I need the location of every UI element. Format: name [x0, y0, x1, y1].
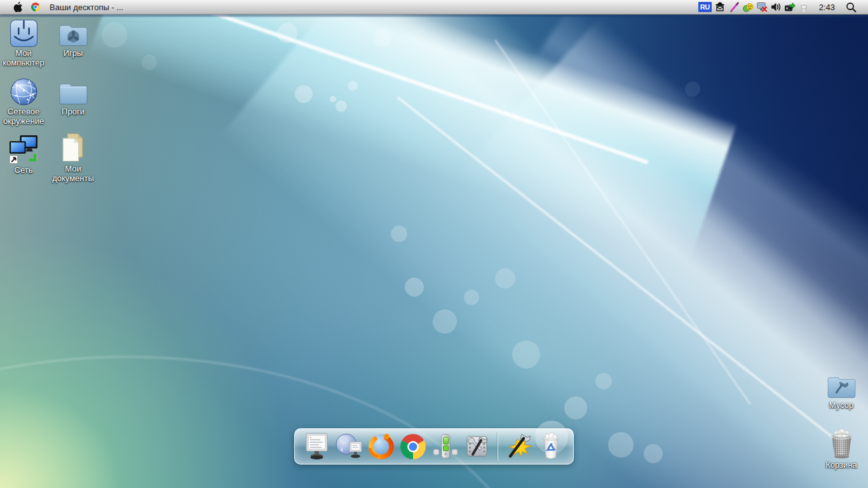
bokeh-circle: [102, 22, 127, 48]
folder-icon: [58, 76, 88, 106]
desktop-icon-games[interactable]: Игры: [44, 17, 102, 58]
bokeh-circle: [330, 96, 336, 102]
desktop-icon-label: Проги: [62, 107, 85, 116]
bokeh-circle: [433, 309, 457, 334]
dock-item-web-browser[interactable]: [334, 431, 363, 462]
keyboard-layout-indicator[interactable]: RU: [698, 2, 712, 12]
finder-icon: [8, 17, 39, 48]
display-error-tray-icon[interactable]: [757, 2, 768, 13]
documents-icon: [58, 133, 88, 163]
bokeh-circle: [464, 290, 479, 305]
bokeh-circle: [295, 85, 313, 103]
bokeh-circle: [277, 23, 297, 43]
dock-item-chrome[interactable]: [398, 431, 428, 462]
desktop-icon-trash-folder[interactable]: Мусор: [813, 369, 868, 410]
bokeh-circle: [495, 268, 515, 288]
search-icon[interactable]: [846, 2, 857, 13]
bokeh-circle: [374, 29, 391, 47]
dock-separator: [498, 432, 498, 461]
bokeh-circle: [595, 373, 612, 390]
volume-tray-icon[interactable]: [771, 2, 782, 13]
bokeh-circle: [564, 396, 587, 419]
desktop-wallpaper: [0, 0, 868, 488]
chrome-favicon-icon[interactable]: [30, 2, 41, 13]
wastebasket-icon: [826, 429, 857, 459]
desktop-icon-label: Корзина: [825, 460, 857, 470]
menu-bar: Ваши десктопы - ... RU: [0, 0, 868, 15]
network-globe-icon: [8, 76, 39, 106]
dock-item-firefox[interactable]: [367, 431, 396, 462]
messenger-tray-icon[interactable]: [743, 2, 754, 13]
desktop-icon-label: Сеть: [15, 165, 33, 175]
dock-item-mobile-sync[interactable]: [431, 431, 460, 462]
dock-item-build-tools[interactable]: [463, 431, 492, 462]
desktop-icon-label: Мои документы: [44, 164, 102, 183]
tools-folder-icon: [826, 369, 857, 400]
wallpaper-layer: [0, 15, 868, 17]
desktop-icon-label: Мусор: [829, 400, 853, 410]
bokeh-circle: [348, 81, 358, 91]
desktop-icon-my-documents[interactable]: Мои документы: [44, 133, 102, 183]
dock-item-desktop[interactable]: [302, 431, 332, 462]
bokeh-circle: [391, 226, 407, 242]
removable-media-tray-icon[interactable]: [785, 2, 796, 13]
dock-item-recycle-trash[interactable]: [536, 431, 566, 462]
bokeh-circle: [644, 444, 663, 463]
bokeh-circle: [336, 100, 347, 112]
active-window-title[interactable]: Ваши десктопы - ...: [50, 3, 123, 12]
desktop-icon-label: Игры: [64, 48, 83, 58]
menu-bar-clock[interactable]: 2:43: [813, 3, 843, 12]
desktop-icon-recycle-bin[interactable]: Корзина: [813, 429, 868, 470]
bokeh-circle: [512, 341, 540, 369]
mail-tray-icon[interactable]: [715, 2, 726, 13]
desktop-icon-programs[interactable]: Проги: [44, 76, 102, 116]
dual-monitors-icon: [8, 134, 39, 165]
bokeh-circle: [608, 432, 634, 458]
burn-folder-icon: [58, 17, 88, 48]
dock-item-cleanup-hammer[interactable]: [504, 431, 533, 462]
bokeh-circle: [405, 278, 424, 297]
apple-menu-icon[interactable]: [13, 2, 24, 13]
desktop-screen: Ваши десктопы - ... RU: [0, 0, 868, 488]
power-plug-tray-icon[interactable]: [799, 2, 810, 13]
dock: [294, 428, 574, 464]
bokeh-circle: [685, 81, 700, 97]
bokeh-circle: [142, 55, 157, 70]
pen-tray-icon[interactable]: [729, 2, 740, 13]
